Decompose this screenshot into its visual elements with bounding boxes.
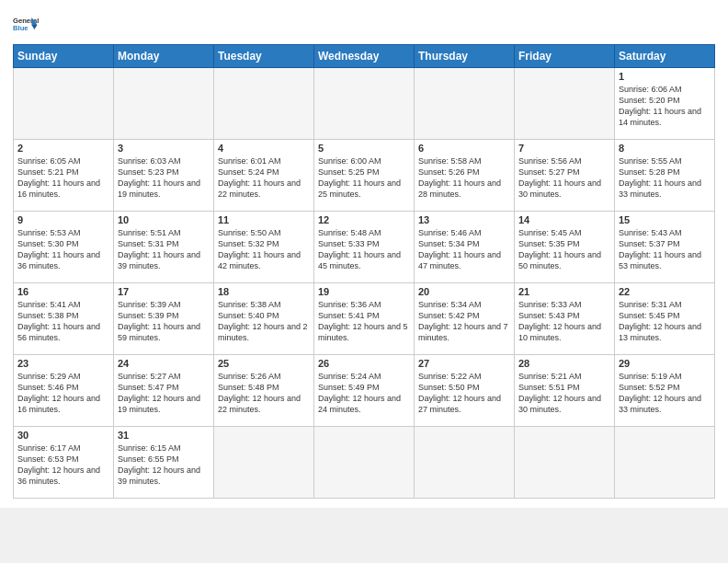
calendar-cell: 9Sunrise: 5:53 AM Sunset: 5:30 PM Daylig…: [14, 212, 114, 283]
day-info: Sunrise: 5:24 AM Sunset: 5:49 PM Dayligh…: [318, 371, 410, 416]
calendar-cell: 18Sunrise: 5:38 AM Sunset: 5:40 PM Dayli…: [214, 283, 314, 355]
weekday-header-row: SundayMondayTuesdayWednesdayThursdayFrid…: [14, 45, 715, 68]
calendar-table: SundayMondayTuesdayWednesdayThursdayFrid…: [13, 44, 715, 499]
calendar-cell: 19Sunrise: 5:36 AM Sunset: 5:41 PM Dayli…: [314, 283, 415, 355]
day-number: 16: [17, 286, 109, 297]
day-info: Sunrise: 5:45 AM Sunset: 5:35 PM Dayligh…: [518, 227, 610, 272]
day-number: 25: [218, 358, 310, 369]
day-info: Sunrise: 5:36 AM Sunset: 5:41 PM Dayligh…: [318, 299, 410, 344]
calendar-cell: 7Sunrise: 5:56 AM Sunset: 5:27 PM Daylig…: [515, 140, 615, 212]
calendar-cell: 6Sunrise: 5:58 AM Sunset: 5:26 PM Daylig…: [415, 140, 515, 212]
calendar-cell: 13Sunrise: 5:46 AM Sunset: 5:34 PM Dayli…: [415, 212, 515, 283]
day-number: 28: [518, 358, 610, 369]
day-number: 26: [318, 358, 410, 369]
calendar-cell: 8Sunrise: 5:55 AM Sunset: 5:28 PM Daylig…: [615, 140, 715, 212]
week-row-1: 1Sunrise: 6:06 AM Sunset: 5:20 PM Daylig…: [14, 68, 715, 140]
week-row-2: 2Sunrise: 6:05 AM Sunset: 5:21 PM Daylig…: [14, 140, 715, 212]
day-info: Sunrise: 5:50 AM Sunset: 5:32 PM Dayligh…: [218, 227, 310, 272]
calendar-cell: 3Sunrise: 6:03 AM Sunset: 5:23 PM Daylig…: [114, 140, 214, 212]
day-info: Sunrise: 6:15 AM Sunset: 6:55 PM Dayligh…: [118, 442, 210, 488]
day-info: Sunrise: 6:03 AM Sunset: 5:23 PM Dayligh…: [118, 155, 210, 201]
week-row-4: 16Sunrise: 5:41 AM Sunset: 5:38 PM Dayli…: [14, 283, 715, 355]
day-number: 6: [418, 143, 510, 154]
day-info: Sunrise: 5:38 AM Sunset: 5:40 PM Dayligh…: [218, 299, 310, 344]
calendar-cell: 14Sunrise: 5:45 AM Sunset: 5:35 PM Dayli…: [515, 212, 615, 283]
day-number: 9: [17, 214, 109, 225]
calendar-cell: 23Sunrise: 5:29 AM Sunset: 5:46 PM Dayli…: [14, 355, 114, 427]
day-number: 5: [318, 143, 410, 154]
logo: GeneralBlue: [13, 11, 39, 37]
calendar-cell: [515, 68, 615, 140]
day-number: 15: [619, 214, 711, 225]
day-info: Sunrise: 5:31 AM Sunset: 5:45 PM Dayligh…: [619, 299, 711, 344]
weekday-monday: Monday: [114, 45, 214, 68]
calendar-cell: 4Sunrise: 6:01 AM Sunset: 5:24 PM Daylig…: [214, 140, 314, 212]
calendar-cell: 17Sunrise: 5:39 AM Sunset: 5:39 PM Dayli…: [114, 283, 214, 355]
day-number: 2: [17, 143, 109, 154]
day-number: 10: [118, 214, 210, 225]
day-number: 23: [17, 358, 109, 369]
weekday-tuesday: Tuesday: [214, 45, 314, 68]
day-info: Sunrise: 6:17 AM Sunset: 6:53 PM Dayligh…: [17, 442, 109, 488]
calendar-cell: 22Sunrise: 5:31 AM Sunset: 5:45 PM Dayli…: [615, 283, 715, 355]
day-info: Sunrise: 6:00 AM Sunset: 5:25 PM Dayligh…: [318, 155, 410, 201]
weekday-sunday: Sunday: [14, 45, 114, 68]
day-info: Sunrise: 6:05 AM Sunset: 5:21 PM Dayligh…: [17, 155, 109, 201]
day-number: 19: [318, 286, 410, 297]
weekday-friday: Friday: [515, 45, 615, 68]
day-number: 7: [518, 143, 610, 154]
calendar-cell: 2Sunrise: 6:05 AM Sunset: 5:21 PM Daylig…: [14, 140, 114, 212]
day-number: 1: [619, 71, 711, 82]
calendar-cell: 31Sunrise: 6:15 AM Sunset: 6:55 PM Dayli…: [114, 427, 214, 499]
calendar-cell: 28Sunrise: 5:21 AM Sunset: 5:51 PM Dayli…: [515, 355, 615, 427]
calendar-cell: [214, 68, 314, 140]
day-number: 31: [118, 430, 210, 441]
calendar-cell: 15Sunrise: 5:43 AM Sunset: 5:37 PM Dayli…: [615, 212, 715, 283]
calendar-cell: 20Sunrise: 5:34 AM Sunset: 5:42 PM Dayli…: [415, 283, 515, 355]
calendar-cell: 11Sunrise: 5:50 AM Sunset: 5:32 PM Dayli…: [214, 212, 314, 283]
day-number: 4: [218, 143, 310, 154]
svg-marker-3: [31, 25, 37, 29]
week-row-6: 30Sunrise: 6:17 AM Sunset: 6:53 PM Dayli…: [14, 427, 715, 499]
day-info: Sunrise: 5:41 AM Sunset: 5:38 PM Dayligh…: [17, 299, 109, 344]
calendar-cell: [314, 427, 415, 499]
calendar-cell: 29Sunrise: 5:19 AM Sunset: 5:52 PM Dayli…: [615, 355, 715, 427]
day-number: 12: [318, 214, 410, 225]
day-number: 3: [118, 143, 210, 154]
day-number: 24: [118, 358, 210, 369]
day-info: Sunrise: 5:58 AM Sunset: 5:26 PM Dayligh…: [418, 155, 510, 201]
day-info: Sunrise: 5:21 AM Sunset: 5:51 PM Dayligh…: [518, 371, 610, 416]
day-info: Sunrise: 5:51 AM Sunset: 5:31 PM Dayligh…: [118, 227, 210, 272]
calendar-cell: 21Sunrise: 5:33 AM Sunset: 5:43 PM Dayli…: [515, 283, 615, 355]
day-number: 21: [518, 286, 610, 297]
day-number: 18: [218, 286, 310, 297]
day-number: 14: [518, 214, 610, 225]
day-number: 30: [17, 430, 109, 441]
day-info: Sunrise: 5:33 AM Sunset: 5:43 PM Dayligh…: [518, 299, 610, 344]
calendar-cell: 24Sunrise: 5:27 AM Sunset: 5:47 PM Dayli…: [114, 355, 214, 427]
day-info: Sunrise: 5:46 AM Sunset: 5:34 PM Dayligh…: [418, 227, 510, 272]
calendar-cell: 27Sunrise: 5:22 AM Sunset: 5:50 PM Dayli…: [415, 355, 515, 427]
calendar-cell: 1Sunrise: 6:06 AM Sunset: 5:20 PM Daylig…: [615, 68, 715, 140]
day-info: Sunrise: 5:19 AM Sunset: 5:52 PM Dayligh…: [619, 371, 711, 416]
day-info: Sunrise: 6:01 AM Sunset: 5:24 PM Dayligh…: [218, 155, 310, 201]
svg-text:Blue: Blue: [13, 24, 28, 32]
weekday-wednesday: Wednesday: [314, 45, 415, 68]
day-number: 17: [118, 286, 210, 297]
day-info: Sunrise: 5:29 AM Sunset: 5:46 PM Dayligh…: [17, 371, 109, 416]
calendar-cell: [515, 427, 615, 499]
day-number: 11: [218, 214, 310, 225]
calendar-cell: 26Sunrise: 5:24 AM Sunset: 5:49 PM Dayli…: [314, 355, 415, 427]
calendar-cell: 16Sunrise: 5:41 AM Sunset: 5:38 PM Dayli…: [14, 283, 114, 355]
day-number: 27: [418, 358, 510, 369]
day-info: Sunrise: 5:22 AM Sunset: 5:50 PM Dayligh…: [418, 371, 510, 416]
calendar-cell: 10Sunrise: 5:51 AM Sunset: 5:31 PM Dayli…: [114, 212, 214, 283]
calendar-cell: [114, 68, 214, 140]
week-row-3: 9Sunrise: 5:53 AM Sunset: 5:30 PM Daylig…: [14, 212, 715, 283]
calendar-cell: [415, 427, 515, 499]
day-info: Sunrise: 5:34 AM Sunset: 5:42 PM Dayligh…: [418, 299, 510, 344]
day-number: 8: [619, 143, 711, 154]
day-info: Sunrise: 5:55 AM Sunset: 5:28 PM Dayligh…: [619, 155, 711, 201]
page-header: GeneralBlue: [13, 11, 715, 37]
calendar-cell: [415, 68, 515, 140]
